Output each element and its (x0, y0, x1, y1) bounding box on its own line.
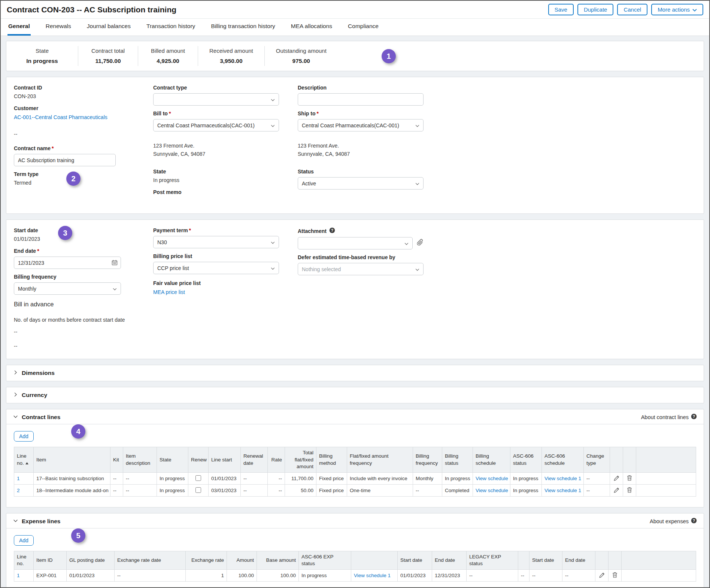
cell-text: -- (279, 488, 282, 493)
customer-link[interactable]: AC-001--Central Coast Pharmaceuticals (14, 114, 107, 120)
billing-frequency-select[interactable]: Monthly (14, 282, 121, 295)
column-header[interactable]: Amount (227, 551, 257, 570)
table-cell: Fixed price (316, 473, 347, 485)
column-header-label: Line start (211, 457, 232, 463)
column-header[interactable]: Flat/fixed amount frequency (347, 447, 413, 473)
column-header[interactable]: Line no. (14, 551, 34, 570)
expense-lines-toggle[interactable]: Expense lines (13, 518, 60, 525)
column-header[interactable]: State (157, 447, 188, 473)
table-link[interactable]: View schedule (476, 476, 508, 481)
add-contract-line-button[interactable]: Add (14, 431, 34, 442)
column-header[interactable]: LEGACY EXP status (467, 551, 518, 570)
attachment-select[interactable] (298, 237, 413, 249)
column-header[interactable]: Renew (188, 447, 209, 473)
column-header[interactable]: Renewal date (241, 447, 268, 473)
column-header[interactable]: Exchange rate date (115, 551, 186, 570)
table-link[interactable]: 1 (17, 476, 20, 481)
table-cell (595, 570, 609, 582)
dimensions-section-toggle[interactable]: Dimensions (6, 365, 704, 381)
edit-icon[interactable] (598, 572, 606, 579)
table-link[interactable]: View schedule (476, 488, 508, 493)
edit-icon[interactable] (613, 487, 621, 494)
column-header[interactable]: Start date (530, 551, 562, 570)
column-header[interactable]: ASC-606 schedule (542, 447, 584, 473)
column-header[interactable]: Billing frequency (413, 447, 442, 473)
delete-icon[interactable] (626, 487, 633, 494)
tab-billing-transaction-history[interactable]: Billing transaction history (210, 23, 276, 36)
tab-compliance[interactable]: Compliance (347, 23, 379, 36)
table-link[interactable]: 1 (17, 573, 20, 578)
column-header[interactable]: Base amount (257, 551, 299, 570)
status-value: Active (302, 181, 316, 187)
column-header[interactable]: Item description (123, 447, 157, 473)
column-header-empty (609, 551, 622, 570)
column-header[interactable]: End date (562, 551, 595, 570)
column-header[interactable]: Line start (209, 447, 241, 473)
table-link[interactable]: View schedule 1 (544, 488, 581, 493)
description-input[interactable] (298, 93, 424, 106)
add-expense-line-button[interactable]: Add (14, 535, 34, 546)
column-header[interactable]: Rate (268, 447, 285, 473)
end-date-input[interactable] (14, 257, 121, 269)
header-actions: Save Duplicate Cancel More actions (548, 4, 703, 15)
column-header[interactable]: ASC-606 EXP status (299, 551, 351, 570)
duplicate-button[interactable]: Duplicate (577, 4, 614, 15)
column-header[interactable]: Exchange rate (186, 551, 227, 570)
defer-revenue-select[interactable]: Nothing selected (298, 263, 424, 275)
column-header[interactable]: GL posting date (67, 551, 115, 570)
mea-price-list-link[interactable]: MEA price list (153, 289, 185, 295)
tab-mea-allocations[interactable]: MEA allocations (290, 23, 333, 36)
column-header[interactable]: Item (34, 447, 110, 473)
more-actions-button[interactable]: More actions (651, 4, 703, 15)
ship-to-select[interactable]: Central Coast Pharmaceuticals(CAC-001) (298, 119, 424, 131)
bill-to-select[interactable]: Central Coast Pharmaceuticals(CAC-001) (153, 119, 279, 131)
table-link[interactable]: View schedule 1 (544, 476, 581, 481)
svg-text:?: ? (331, 228, 333, 233)
tab-transaction-history[interactable]: Transaction history (146, 23, 196, 36)
more-actions-label: More actions (658, 6, 690, 13)
calendar-icon[interactable] (112, 260, 118, 267)
table-link[interactable]: 2 (17, 488, 20, 493)
column-header[interactable]: Billing method (316, 447, 347, 473)
delete-icon[interactable] (626, 475, 633, 482)
help-icon[interactable]: ? (329, 227, 335, 234)
tab-journal-balances[interactable]: Journal balances (86, 23, 131, 36)
billing-price-list-select[interactable]: CCP price list (153, 262, 279, 274)
paperclip-icon[interactable] (416, 239, 424, 248)
currency-section-toggle[interactable]: Currency (6, 387, 704, 403)
column-header[interactable]: Start date (398, 551, 432, 570)
renew-checkbox[interactable] (195, 487, 201, 493)
cell-text: 01/01/2023 (69, 573, 95, 578)
cancel-button[interactable]: Cancel (617, 4, 647, 15)
table-cell (610, 485, 623, 497)
contract-name-input[interactable] (14, 154, 116, 166)
table-link[interactable]: View schedule 1 (354, 573, 391, 578)
column-header[interactable]: ASC-606 status (510, 447, 542, 473)
contract-type-select[interactable] (153, 93, 279, 106)
billing-frequency-value: Monthly (18, 286, 36, 292)
status-select[interactable]: Active (298, 177, 424, 190)
tab-renewals[interactable]: Renewals (45, 23, 72, 36)
column-header[interactable]: Line no. (14, 447, 34, 473)
ship-to-address-line1: 123 Fremont Ave. (298, 142, 424, 150)
cell-text: 11,700.00 (291, 476, 313, 481)
payment-term-select[interactable]: N30 (153, 236, 279, 248)
column-header[interactable]: End date (432, 551, 467, 570)
advance-value-1: -- (14, 329, 126, 335)
renew-checkbox[interactable] (195, 475, 201, 481)
tab-general[interactable]: General (7, 23, 31, 36)
column-header[interactable]: Billing schedule (473, 447, 510, 473)
save-button[interactable]: Save (548, 4, 574, 15)
column-header[interactable]: Total flat/fixed amount (285, 447, 316, 473)
help-icon[interactable]: ? (691, 518, 697, 525)
contract-lines-toggle[interactable]: Contract lines (13, 414, 60, 421)
column-header[interactable]: Billing status (442, 447, 473, 473)
edit-icon[interactable] (613, 475, 621, 482)
cell-text: -- (586, 476, 590, 481)
column-header[interactable]: Kit (110, 447, 123, 473)
column-header[interactable]: Item ID (34, 551, 67, 570)
help-icon[interactable]: ? (691, 413, 697, 421)
column-header[interactable]: Change type (584, 447, 610, 473)
delete-icon[interactable] (611, 572, 619, 579)
cell-text: In progress (513, 488, 538, 493)
